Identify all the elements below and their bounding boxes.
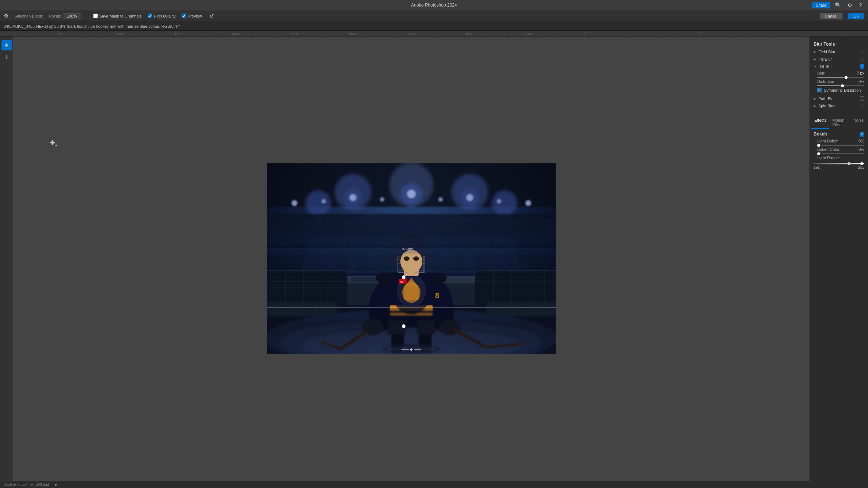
light-bokeh-slider-container[interactable] xyxy=(810,145,868,146)
top-bar-actions: Share 🔍 ⚙ ? xyxy=(812,1,864,9)
path-blur-checkbox[interactable] xyxy=(860,96,864,101)
bokeh-color-slider-container[interactable] xyxy=(810,153,868,154)
svg-text:4000: 4000 xyxy=(232,32,240,36)
symmetric-distortion-label: Symmetric Distortion xyxy=(824,88,861,92)
symmetric-distortion-row[interactable]: Symmetric Distortion xyxy=(810,87,868,94)
status-icon: ▶ xyxy=(55,483,58,487)
svg-point-146 xyxy=(432,272,447,283)
bokeh-row: Bokeh xyxy=(810,129,868,138)
light-bokeh-slider-thumb[interactable] xyxy=(817,144,820,147)
svg-text:5000: 5000 xyxy=(291,32,298,36)
effects-panel: Effects Motion Effects Noise Bokeh Light… xyxy=(810,114,868,171)
svg-text:7000: 7000 xyxy=(408,32,415,36)
tab-motion-effects[interactable]: Motion Effects xyxy=(829,117,850,129)
svg-point-174 xyxy=(380,197,384,202)
svg-point-180 xyxy=(344,188,362,207)
distortion-slider-fill xyxy=(817,85,841,86)
select-tool[interactable]: ⊹ xyxy=(1,52,12,62)
focus-input[interactable] xyxy=(63,13,81,19)
selection-bleed-item: Selection Bleed: xyxy=(14,14,43,18)
save-mask-label: Save Mask to Channels xyxy=(99,14,142,18)
svg-point-181 xyxy=(461,188,479,207)
bokeh-label: Bokeh xyxy=(814,131,827,137)
distortion-slider-track[interactable] xyxy=(817,85,864,86)
preview-checkbox-item[interactable]: Preview xyxy=(182,14,202,18)
ok-button[interactable]: OK xyxy=(848,13,864,19)
svg-text:8000: 8000 xyxy=(466,32,473,36)
spin-blur-arrow: ▶ xyxy=(814,104,816,108)
share-button[interactable]: Share xyxy=(812,2,830,8)
svg-rect-136 xyxy=(404,287,419,300)
tab-effects[interactable]: Effects xyxy=(811,117,829,129)
left-toolbar: ✥ ⊹ xyxy=(0,37,13,481)
symmetric-distortion-checkbox[interactable] xyxy=(817,88,822,92)
help-icon-btn[interactable]: ? xyxy=(857,1,864,9)
blur-slider-track[interactable] xyxy=(817,77,864,78)
image-svg: BAUER CA 8 xyxy=(267,163,556,354)
field-blur-checkbox[interactable] xyxy=(860,50,864,54)
light-range-thumb-right[interactable] xyxy=(860,162,863,165)
spin-blur-left: ▶ Spin Blur xyxy=(814,104,835,108)
tilt-shift-header[interactable]: ▼ Tilt-Shift xyxy=(810,63,868,70)
scroll-line-right xyxy=(414,349,421,350)
save-mask-checkbox[interactable] xyxy=(93,14,98,18)
blur-slider-thumb[interactable] xyxy=(845,76,848,79)
tilt-shift-arrow-down: ▼ xyxy=(814,65,817,68)
bokeh-color-row: Bokeh Color: 0% xyxy=(810,146,868,152)
spin-blur-checkbox[interactable] xyxy=(860,104,864,108)
path-blur-label: Path Blur xyxy=(818,96,835,101)
distortion-slider-container[interactable] xyxy=(810,85,868,86)
svg-rect-169 xyxy=(391,346,402,353)
search-icon-btn[interactable]: 🔍 xyxy=(833,1,843,9)
bokeh-checkbox[interactable] xyxy=(860,132,864,137)
bokeh-color-slider-thumb[interactable] xyxy=(817,152,820,155)
panel-divider-1 xyxy=(810,112,868,112)
light-range-thumb-left[interactable] xyxy=(848,162,850,165)
bokeh-color-slider-track[interactable] xyxy=(817,153,864,154)
distortion-slider-thumb[interactable] xyxy=(841,84,844,87)
light-range-track[interactable] xyxy=(814,163,864,164)
preview-label: Preview xyxy=(188,14,202,18)
field-blur-item[interactable]: ▶ Field Blur xyxy=(810,48,868,56)
canvas-wrapper: BAUER CA 8 xyxy=(267,163,556,354)
svg-point-160 xyxy=(404,256,410,261)
svg-text:9000: 9000 xyxy=(525,32,532,36)
high-quality-checkbox[interactable] xyxy=(148,14,152,18)
canvas-area[interactable]: BAUER CA 8 xyxy=(13,37,810,481)
path-blur-left: ▶ Path Blur xyxy=(814,96,835,101)
tab-noise[interactable]: Noise xyxy=(850,117,867,129)
reset-button[interactable]: ↺ xyxy=(208,12,216,20)
save-mask-checkbox-item[interactable]: Save Mask to Channels xyxy=(93,14,142,18)
svg-point-178 xyxy=(497,199,501,203)
iris-blur-checkbox[interactable] xyxy=(860,57,864,61)
file-tab: 0405ABKC_0435-NEF.tif @ 33.3% (dark floo… xyxy=(0,22,868,31)
distortion-param-label: Distortion: xyxy=(817,79,851,84)
tilt-shift-checkbox[interactable] xyxy=(860,64,864,69)
spin-blur-item[interactable]: ▶ Spin Blur xyxy=(810,102,868,110)
light-range-container[interactable]: 191 255 xyxy=(810,161,868,171)
scroll-indicator xyxy=(401,348,421,351)
cancel-button[interactable]: Cancel xyxy=(820,13,842,19)
blur-param-label: Blur: xyxy=(817,71,851,75)
path-blur-item[interactable]: ▶ Path Blur xyxy=(810,95,868,102)
tilt-shift-section: ▼ Tilt-Shift Blur: 7 px Distortion: xyxy=(810,63,868,95)
svg-point-172 xyxy=(321,199,326,203)
preview-checkbox[interactable] xyxy=(182,14,186,18)
toolbar-sep-1 xyxy=(87,12,87,20)
svg-rect-0 xyxy=(0,31,868,37)
ruler-svg: 0 1000 2000 3000 4000 5000 6000 7000 800… xyxy=(0,31,868,37)
high-quality-checkbox-item[interactable]: High Quality xyxy=(148,14,176,18)
light-range-high: 255 xyxy=(858,165,864,169)
settings-icon-btn[interactable]: ⚙ xyxy=(846,1,854,9)
iris-blur-item[interactable]: ▶ Iris Blur xyxy=(810,56,868,63)
svg-point-182 xyxy=(400,183,422,205)
bokeh-color-value: 0% xyxy=(851,147,864,152)
path-blur-arrow: ▶ xyxy=(814,97,816,100)
light-bokeh-slider-track[interactable] xyxy=(817,145,864,146)
svg-point-161 xyxy=(413,256,419,261)
blur-slider-container[interactable] xyxy=(810,77,868,78)
light-bokeh-label: Light Bokeh: xyxy=(817,139,851,143)
move-tool[interactable]: ✥ xyxy=(1,40,12,50)
status-dimensions: 8256 px x 5504 px (300 ppi) xyxy=(4,483,49,487)
svg-text:3000: 3000 xyxy=(174,32,181,36)
